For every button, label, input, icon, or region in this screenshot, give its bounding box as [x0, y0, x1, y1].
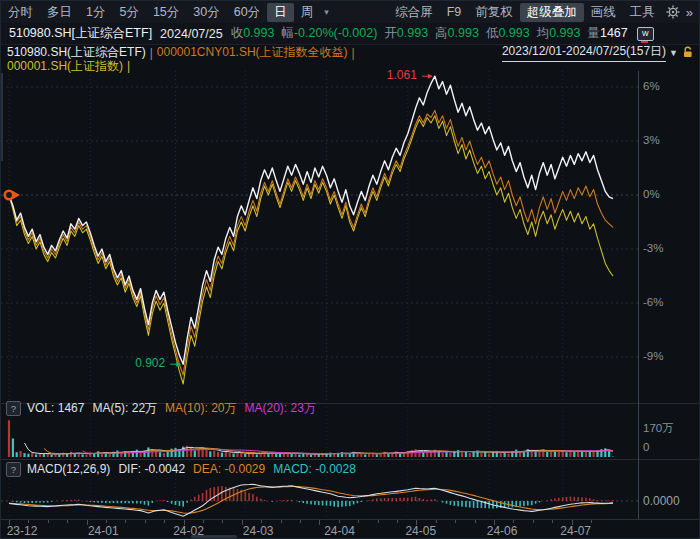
- open-label: 开: [384, 26, 397, 40]
- volume-label: 量: [587, 26, 600, 40]
- period-tab-60min[interactable]: 60分: [227, 3, 267, 22]
- price-annotation: 1.061: [373, 68, 417, 82]
- volume-axis-zero: 0: [643, 441, 697, 453]
- vol-ma10-value: 20万: [211, 401, 236, 415]
- x-axis-tick: [281, 520, 282, 523]
- period-more-caret-icon[interactable]: ▾: [320, 7, 333, 17]
- x-axis-tick: [358, 520, 359, 523]
- macd-name: MACD(12,26,9): [27, 462, 110, 476]
- macd-help-icon[interactable]: ?: [6, 462, 21, 477]
- x-axis-tick: [475, 520, 476, 523]
- super-overlay-button[interactable]: 超级叠加: [520, 3, 584, 22]
- x-axis-tick: [339, 520, 340, 523]
- range-dropdown-icon[interactable]: ▼: [669, 48, 678, 58]
- unlock-icon[interactable]: [682, 46, 695, 59]
- legend-separator-2: |: [348, 46, 359, 60]
- period-tab-15min[interactable]: 15分: [146, 3, 186, 22]
- price-annotation: 0.902: [121, 356, 165, 370]
- y-axis-label: 6%: [643, 80, 697, 92]
- draw-line-button[interactable]: 画线: [584, 3, 623, 22]
- period-tab-daily[interactable]: 日: [267, 3, 294, 22]
- avg-value: 0.993: [549, 26, 580, 40]
- change-label: 幅: [281, 26, 294, 40]
- period-tab-multiday[interactable]: 多日: [40, 3, 79, 22]
- f9-button[interactable]: F9: [440, 4, 469, 20]
- x-axis-tick: [28, 520, 29, 523]
- stock-chart-window: 分时 多日 1分 5分 15分 30分 60分 日 周 ▾ 综合屏 F9 前复权…: [0, 0, 700, 539]
- y-axis-label: -9%: [643, 350, 697, 362]
- x-axis-tick: [222, 520, 223, 523]
- quote-bar: 510980.SH[上证综合ETF] 2024/07/25 收0.993 幅-0…: [1, 23, 699, 45]
- x-axis-tick: [300, 520, 301, 523]
- x-axis-tick: [106, 520, 107, 523]
- legend-separator: |: [146, 46, 157, 60]
- x-axis-tick: [533, 520, 534, 523]
- macd-value: -0.0028: [315, 462, 356, 476]
- high-value: 0.993: [448, 26, 479, 40]
- horizontal-scrollbar-thumb[interactable]: [191, 535, 237, 538]
- x-axis-tick: [319, 520, 320, 525]
- forward-adjust-button[interactable]: 前复权: [468, 3, 520, 22]
- gear-icon[interactable]: [666, 5, 680, 19]
- x-axis-tick: [9, 520, 10, 525]
- x-axis-tick: [184, 520, 185, 525]
- low-label: 低: [486, 26, 499, 40]
- tools-button[interactable]: 工具: [623, 3, 662, 22]
- x-axis-label: 24-04: [317, 524, 361, 538]
- vol-label: VOL:: [27, 401, 54, 415]
- volume-help-icon[interactable]: ?: [6, 401, 21, 416]
- x-axis-tick: [494, 520, 495, 525]
- y-axis-line: [638, 71, 639, 519]
- macd-value-label: MACD:: [273, 462, 312, 476]
- avg-label: 均: [537, 26, 550, 40]
- x-axis-label: 24-06: [480, 524, 524, 538]
- more-tools-chevron-icon[interactable]: »: [684, 5, 699, 20]
- x-axis-tick: [48, 520, 49, 523]
- close-label: 收: [231, 26, 244, 40]
- x-axis-label: 24-07: [554, 524, 598, 538]
- vol-ma20-value: 23万: [291, 401, 316, 415]
- x-axis-tick: [572, 520, 573, 525]
- x-axis-label: 24-01: [81, 524, 125, 538]
- x-axis-tick: [145, 520, 146, 523]
- x-axis-tick: [416, 520, 417, 525]
- period-tab-30min[interactable]: 30分: [186, 3, 226, 22]
- x-axis-tick: [125, 520, 126, 523]
- close-value: 0.993: [243, 26, 274, 40]
- x-axis[interactable]: 23-1224-0124-0224-0324-0424-0524-0624-07: [1, 519, 700, 539]
- dea-value: -0.0029: [224, 462, 265, 476]
- x-axis-label: 23-12: [0, 524, 44, 538]
- wencai-icon[interactable]: W: [637, 27, 654, 41]
- vol-value: 1467: [58, 401, 85, 415]
- x-axis-tick: [591, 520, 592, 523]
- vol-ma20-label: MA(20):: [245, 401, 288, 415]
- x-axis-tick: [397, 520, 398, 523]
- toolbar: 分时 多日 1分 5分 15分 30分 60分 日 周 ▾ 综合屏 F9 前复权…: [1, 1, 699, 24]
- open-value: 0.993: [397, 26, 428, 40]
- panel-divider[interactable]: [1, 459, 700, 460]
- low-value: 0.993: [498, 26, 529, 40]
- period-tab-minute[interactable]: 分时: [1, 3, 40, 22]
- period-tab-weekly[interactable]: 周: [294, 3, 321, 22]
- period-tab-1min[interactable]: 1分: [79, 3, 112, 22]
- y-axis-label: -6%: [643, 296, 697, 308]
- change-value: -0.20%(-0.002): [294, 26, 377, 40]
- volume-indicator-row: ? VOL: 1467 MA(5): 22万 MA(10): 20万 MA(20…: [1, 400, 324, 416]
- volume-axis-max: 170万: [643, 421, 697, 436]
- x-axis-tick: [513, 520, 514, 523]
- dif-value: -0.0042: [144, 462, 185, 476]
- x-axis-tick: [67, 520, 68, 523]
- y-axis-label: 3%: [643, 134, 697, 146]
- x-axis-tick: [164, 520, 165, 523]
- symbol-name[interactable]: 510980.SH[上证综合ETF]: [9, 25, 152, 42]
- x-axis-tick: [552, 520, 553, 523]
- quote-date: 2024/07/25: [160, 27, 223, 41]
- x-axis-tick: [87, 520, 88, 525]
- x-axis-tick: [261, 520, 262, 523]
- x-axis-tick: [203, 520, 204, 523]
- high-label: 高: [435, 26, 448, 40]
- period-tab-5min[interactable]: 5分: [112, 3, 145, 22]
- composite-screen-button[interactable]: 综合屏: [388, 3, 440, 22]
- y-axis-label: 0%: [643, 188, 697, 200]
- price-chart[interactable]: [1, 71, 700, 403]
